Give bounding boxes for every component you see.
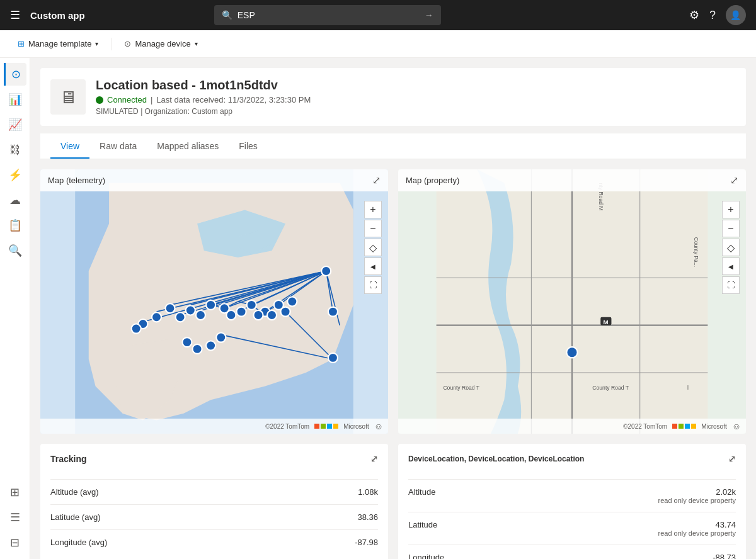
settings-icon[interactable]: ⚙ xyxy=(689,8,699,22)
map-telemetry-card: Map (telemetry) ⤢ xyxy=(40,169,388,434)
svg-point-45 xyxy=(132,324,141,334)
svg-text:l: l xyxy=(687,385,689,391)
sidebar-item-charts[interactable]: 📈 xyxy=(4,113,26,136)
map-telemetry-brand: Microsoft xyxy=(343,423,369,430)
map-zoom-in-button[interactable]: + xyxy=(364,201,382,218)
subnav-separator xyxy=(111,38,112,50)
search-input[interactable] xyxy=(238,10,420,20)
svg-point-34 xyxy=(253,310,263,320)
tracking-card: Tracking ⤢ Altitude (avg) 1.08k Latitude… xyxy=(40,444,388,559)
dl-latitude-sub: read only device property xyxy=(658,529,736,537)
map-property-controls: + − ◇ ◀ ⛶ xyxy=(722,201,740,294)
svg-point-48 xyxy=(216,333,226,342)
tracking-card-header: Tracking ⤢ xyxy=(50,454,378,469)
layout: ⊙ 📊 📈 ⛓ ⚡ ☁ 📋 🔍 ⊞ ☰ ⊟ 🖥 Location based -… xyxy=(0,58,756,559)
tracking-title: Tracking xyxy=(50,454,87,464)
map-compass-button[interactable]: ◇ xyxy=(364,239,382,256)
sidebar-item-rules[interactable]: ⚡ xyxy=(4,164,26,186)
svg-point-50 xyxy=(182,337,192,347)
subnav: ⊞ Manage template ▾ ⊙ Manage device ▾ xyxy=(0,30,756,58)
hamburger-icon[interactable]: ☰ xyxy=(10,8,20,22)
manage-device-label: Manage device xyxy=(135,39,190,48)
status-connected-label: Connected xyxy=(107,95,147,104)
svg-point-31 xyxy=(281,307,290,317)
map-fullscreen-button[interactable]: ⛶ xyxy=(364,276,382,294)
dl-row-latitude: Latitude 43.74 read only device property xyxy=(408,512,736,545)
svg-text:County Road T: County Road T xyxy=(443,385,479,391)
dl-altitude-label: Altitude xyxy=(408,487,435,497)
sidebar-item-list[interactable]: ☰ xyxy=(4,506,26,529)
tracking-expand-icon[interactable]: ⤢ xyxy=(370,454,378,464)
dl-altitude-sub: read only device property xyxy=(658,497,736,504)
map-prop-zoom-in-button[interactable]: + xyxy=(722,201,740,218)
topbar-icons: ⚙ ? 👤 xyxy=(689,5,746,25)
map-style-button[interactable]: ◀ xyxy=(364,257,382,275)
dl-altitude-value: 2.02k xyxy=(658,487,736,497)
map-telemetry-header: Map (telemetry) ⤢ xyxy=(40,169,388,191)
manage-device-button[interactable]: ⊙ Manage device ▾ xyxy=(117,37,205,51)
main-content: 🖥 Location based - 1mot1n5dtdv Connected… xyxy=(30,58,756,559)
device-name: Location based - 1mot1n5dtdv xyxy=(96,78,311,93)
map-prop-zoom-out-button[interactable]: − xyxy=(722,220,740,237)
tracking-row-longitude: Longitude (avg) -87.98 xyxy=(50,529,378,555)
map-property-header: Map (property) ⤢ xyxy=(398,169,746,191)
dl-latitude-value: 43.74 xyxy=(658,520,736,529)
svg-point-43 xyxy=(152,312,161,322)
map-property-attribution: ©2022 TomTom Microsoft ☺ xyxy=(398,419,746,434)
svg-point-46 xyxy=(328,307,338,317)
template-icon: ⊞ xyxy=(18,39,25,48)
sidebar: ⊙ 📊 📈 ⛓ ⚡ ☁ 📋 🔍 ⊞ ☰ ⊟ xyxy=(0,58,30,559)
sidebar-item-cloud[interactable]: ☁ xyxy=(4,189,26,212)
search-box[interactable]: 🔍 → xyxy=(214,5,441,25)
chevron-down-icon-2: ▾ xyxy=(195,40,198,47)
map-property-expand-icon[interactable]: ⤢ xyxy=(730,174,738,186)
manage-template-label: Manage template xyxy=(28,39,91,48)
map-telemetry-expand-icon[interactable]: ⤢ xyxy=(372,174,381,186)
map-telemetry-title: Map (telemetry) xyxy=(48,176,105,185)
sidebar-item-grid[interactable]: ⊞ xyxy=(4,481,26,504)
dl-row-altitude: Altitude 2.02k read only device property xyxy=(408,479,736,512)
manage-template-button[interactable]: ⊞ Manage template ▾ xyxy=(10,37,106,51)
svg-point-42 xyxy=(165,303,175,313)
map-prop-fullscreen-button[interactable]: ⛶ xyxy=(722,276,740,294)
tab-files[interactable]: Files xyxy=(229,133,268,159)
device-header: 🖥 Location based - 1mot1n5dtdv Connected… xyxy=(40,68,746,126)
sidebar-item-dashboard[interactable]: ⊟ xyxy=(4,531,26,554)
device-location-header: DeviceLocation, DeviceLocation, DeviceLo… xyxy=(408,454,736,469)
tracking-row-latitude: Latitude (avg) 38.36 xyxy=(50,504,378,529)
microsoft-logo xyxy=(314,424,338,429)
map-property-title: Map (property) xyxy=(406,176,459,185)
account-icon[interactable]: 👤 xyxy=(726,5,746,25)
sidebar-item-device[interactable]: ⊙ xyxy=(4,63,26,86)
status-separator: | xyxy=(151,95,152,104)
feedback-icon-2[interactable]: ☺ xyxy=(732,421,741,431)
map-property-card: Map (property) ⤢ xyxy=(398,169,746,434)
help-icon[interactable]: ? xyxy=(709,9,716,22)
sidebar-item-search[interactable]: 🔍 xyxy=(4,239,26,262)
device-thumbnail: 🖥 xyxy=(50,79,86,115)
device-info: Location based - 1mot1n5dtdv Connected |… xyxy=(96,78,311,116)
map-prop-style-button[interactable]: ◀ xyxy=(722,257,740,275)
device-location-card: DeviceLocation, DeviceLocation, DeviceLo… xyxy=(398,444,746,559)
tab-view[interactable]: View xyxy=(50,133,89,159)
map-property-brand: Microsoft xyxy=(701,423,727,430)
svg-point-33 xyxy=(247,300,256,310)
sidebar-item-connections[interactable]: ⛓ xyxy=(4,138,26,161)
device-org: Organization: Custom app xyxy=(145,107,232,116)
sidebar-item-analytics[interactable]: 📊 xyxy=(4,88,26,111)
map-prop-compass-button[interactable]: ◇ xyxy=(722,239,740,256)
svg-point-38 xyxy=(206,300,215,310)
tracking-altitude-value: 1.08k xyxy=(358,487,378,497)
feedback-icon[interactable]: ☺ xyxy=(374,421,383,431)
tracking-longitude-label: Longitude (avg) xyxy=(50,538,107,547)
device-location-expand-icon[interactable]: ⤢ xyxy=(728,454,736,464)
map-zoom-out-button[interactable]: − xyxy=(364,220,382,237)
svg-point-65 xyxy=(566,347,577,358)
svg-point-35 xyxy=(237,307,246,317)
tab-raw-data[interactable]: Raw data xyxy=(89,133,147,159)
dl-longitude-value: -88.73 xyxy=(658,553,736,559)
tab-mapped-aliases[interactable]: Mapped aliases xyxy=(147,133,229,159)
sidebar-item-reports[interactable]: 📋 xyxy=(4,214,26,237)
svg-text:County Road T: County Road T xyxy=(592,385,629,391)
svg-point-32 xyxy=(267,310,277,320)
